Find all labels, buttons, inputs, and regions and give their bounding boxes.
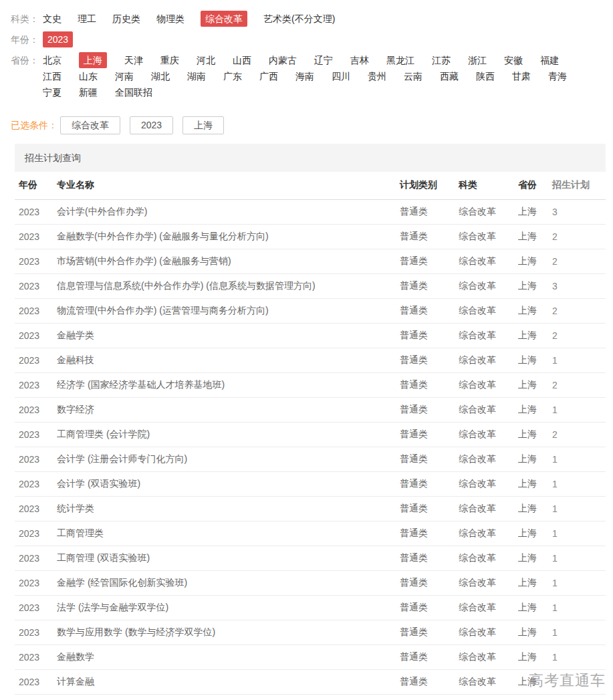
filter-option-subject-category[interactable]: 综合改革 <box>201 11 247 27</box>
filter-option-province[interactable]: 山东 <box>79 68 98 84</box>
filter-option-province[interactable]: 西藏 <box>440 68 459 84</box>
cell-subject: 综合改革 <box>459 397 518 422</box>
cell-subject: 综合改革 <box>459 570 518 595</box>
filter-option-province[interactable]: 新疆 <box>79 84 98 100</box>
filter-options-year: 2023 <box>43 31 582 47</box>
filter-option-province[interactable]: 辽宁 <box>314 52 333 68</box>
filter-option-province[interactable]: 四川 <box>332 68 350 84</box>
cell-major: 法学 (法学与金融学双学位) <box>57 595 400 620</box>
column-header-province: 省份 <box>518 172 552 199</box>
filter-option-province[interactable]: 吉林 <box>350 52 369 68</box>
filter-option-province[interactable]: 海南 <box>295 68 314 84</box>
filter-option-province[interactable]: 上海 <box>79 52 107 68</box>
filter-option-province[interactable]: 广西 <box>259 68 278 84</box>
table-row: 2023 物流管理(中外合作办学) (运营管理与商务分析方向) 普通类 综合改革… <box>15 298 606 323</box>
column-header-year: 年份 <box>15 172 57 199</box>
selected-condition-chip[interactable]: 2023 <box>130 116 173 134</box>
cell-subject: 综合改革 <box>459 620 518 645</box>
cell-province: 上海 <box>518 298 552 323</box>
table-row: 2023 工商管理 (双语实验班) 普通类 综合改革 上海 1 <box>15 546 606 570</box>
results-card: 招生计划查询 年份 专业名称 计划类别 科类 省份 招生计划 <box>15 144 606 695</box>
cell-province: 上海 <box>518 471 552 496</box>
filter-option-province[interactable]: 云南 <box>404 68 422 84</box>
cell-major: 信息管理与信息系统(中外合作办学) (信息系统与数据管理方向) <box>57 273 400 298</box>
filter-option-province[interactable]: 广东 <box>223 68 242 84</box>
filter-option-province[interactable]: 北京 <box>43 52 62 68</box>
selected-condition-chip[interactable]: 综合改革 <box>60 116 120 134</box>
filter-row-province: 省份： 北京 上海 天津 重庆 河北 山西 内蒙古 辽宁 吉林 黑龙江 <box>11 52 613 100</box>
filter-option-province[interactable]: 宁夏 <box>43 84 62 100</box>
cell-plan-type: 普通类 <box>400 273 459 298</box>
filter-option-province[interactable]: 河南 <box>115 68 134 84</box>
filter-option-year[interactable]: 2023 <box>43 31 73 47</box>
cell-plan-type: 普通类 <box>400 422 459 447</box>
filter-option-province[interactable]: 安徽 <box>504 52 523 68</box>
cell-plan-type: 普通类 <box>400 546 459 570</box>
cell-major: 金融数学 <box>57 645 400 669</box>
filter-option-province[interactable]: 贵州 <box>368 68 386 84</box>
cell-province: 上海 <box>518 249 552 273</box>
cell-year: 2023 <box>15 595 57 620</box>
cell-province: 上海 <box>518 595 552 620</box>
page: 科类： 文史 理工 历史类 物理类 综合改革 艺术类(不分文理) 年份： 202… <box>0 0 613 695</box>
cell-year: 2023 <box>15 397 57 422</box>
cell-year: 2023 <box>15 496 57 521</box>
cell-province: 上海 <box>518 372 552 397</box>
filter-option-province[interactable]: 山西 <box>233 52 251 68</box>
selected-condition-chip[interactable]: 上海 <box>182 116 224 134</box>
filter-option-subject-category[interactable]: 文史 <box>43 11 62 27</box>
filter-options-subject-category: 文史 理工 历史类 物理类 综合改革 艺术类(不分文理) <box>43 11 582 27</box>
cell-plan-type: 普通类 <box>400 496 459 521</box>
results-title: 招生计划查询 <box>15 144 606 172</box>
filter-option-province[interactable]: 黑龙江 <box>386 52 414 68</box>
filter-options-province: 北京 上海 天津 重庆 河北 山西 内蒙古 辽宁 吉林 黑龙江 江苏 <box>43 52 582 100</box>
cell-subject: 综合改革 <box>459 348 518 372</box>
filter-option-province[interactable]: 青海 <box>548 68 567 84</box>
filter-option-subject-category[interactable]: 理工 <box>78 11 96 27</box>
filter-label-year: 年份： <box>11 31 43 47</box>
filter-option-province[interactable]: 天津 <box>124 52 143 68</box>
cell-year: 2023 <box>15 372 57 397</box>
filter-option-province[interactable]: 全国联招 <box>115 84 152 100</box>
cell-year: 2023 <box>15 471 57 496</box>
table-row: 2023 统计学类 普通类 综合改革 上海 1 <box>15 496 606 521</box>
cell-province: 上海 <box>518 397 552 422</box>
filter-option-province[interactable]: 湖北 <box>151 68 170 84</box>
filter-option-province[interactable]: 浙江 <box>468 52 487 68</box>
filter-option-subject-category[interactable]: 艺术类(不分文理) <box>263 11 335 27</box>
cell-subject: 综合改革 <box>459 546 518 570</box>
filter-option-province[interactable]: 内蒙古 <box>269 52 297 68</box>
column-header-major: 专业名称 <box>57 172 400 199</box>
cell-subject: 综合改革 <box>459 447 518 471</box>
filter-option-province[interactable]: 福建 <box>540 52 559 68</box>
cell-year: 2023 <box>15 620 57 645</box>
filter-option-province[interactable]: 河北 <box>197 52 215 68</box>
cell-year: 2023 <box>15 645 57 669</box>
filter-option-subject-category[interactable]: 历史类 <box>112 11 140 27</box>
table-row: 2023 金融数学(中外合作办学) (金融服务与量化分析方向) 普通类 综合改革… <box>15 224 606 249</box>
filter-option-province[interactable]: 甘肃 <box>512 68 531 84</box>
cell-plan-count: 1 <box>552 645 606 669</box>
table-row: 2023 法学 (法学与金融学双学位) 普通类 综合改革 上海 1 <box>15 595 606 620</box>
cell-major: 计算金融 <box>57 669 400 694</box>
cell-subject: 综合改革 <box>459 249 518 273</box>
filter-option-subject-category[interactable]: 物理类 <box>156 11 185 27</box>
filter-option-province[interactable]: 江西 <box>43 68 62 84</box>
filter-option-province[interactable]: 陕西 <box>476 68 495 84</box>
cell-plan-count: 1 <box>552 471 606 496</box>
cell-subject: 综合改革 <box>459 669 518 694</box>
cell-subject: 综合改革 <box>459 273 518 298</box>
cell-year: 2023 <box>15 224 57 249</box>
cell-plan-count: 2 <box>552 224 606 249</box>
table-row: 2023 工商管理类 普通类 综合改革 上海 1 <box>15 521 606 546</box>
cell-year: 2023 <box>15 447 57 471</box>
filter-option-province[interactable]: 重庆 <box>160 52 179 68</box>
cell-plan-type: 普通类 <box>400 620 459 645</box>
filter-option-province[interactable]: 湖南 <box>187 68 206 84</box>
cell-plan-count: 1 <box>552 570 606 595</box>
table-row: 2023 工商管理类 (会计学院) 普通类 综合改革 上海 2 <box>15 422 606 447</box>
cell-major: 统计学类 <box>57 496 400 521</box>
cell-plan-count: 1 <box>552 595 606 620</box>
cell-province: 上海 <box>518 323 552 348</box>
filter-option-province[interactable]: 江苏 <box>432 52 451 68</box>
